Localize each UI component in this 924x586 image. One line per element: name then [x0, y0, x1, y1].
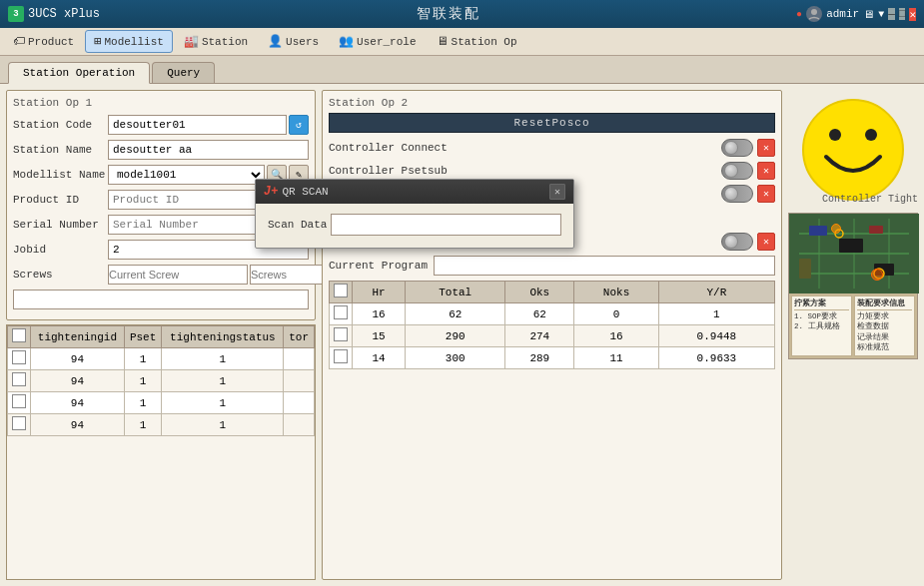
- qr-dialog-header: J+ QR SCAN ✕: [256, 180, 573, 204]
- qr-scan-data-label: Scan Data: [268, 219, 327, 231]
- username: admir: [826, 8, 859, 20]
- qr-scan-dialog: J+ QR SCAN ✕ Scan Data: [255, 179, 574, 249]
- menu-item-station-op[interactable]: 🖥 Station Op: [428, 30, 526, 53]
- minimize-button[interactable]: —: [888, 8, 895, 20]
- menu-label-station: Station: [202, 36, 248, 48]
- qr-dialog-close-button[interactable]: ✕: [549, 184, 565, 200]
- status-indicator: ●: [796, 9, 802, 20]
- qr-dialog-overlay: J+ QR SCAN ✕ Scan Data: [0, 84, 924, 586]
- menu-item-station[interactable]: 🏭 Station: [175, 30, 257, 53]
- tab-query-label: Query: [167, 67, 200, 79]
- titlebar: 3 3UCS xPlus 智联装配 ● admir 🖥 ▼ — □ ✕: [0, 0, 924, 28]
- menu-label-modellist: Modellist: [104, 36, 163, 48]
- maximize-button[interactable]: □: [899, 8, 906, 20]
- settings-icon[interactable]: ▼: [878, 9, 884, 20]
- menu-label-product: Product: [28, 36, 74, 48]
- main-content: Station Op 1 Station Code ↺ Station Name…: [0, 84, 924, 586]
- menu-item-modellist[interactable]: ⊞ Modellist: [85, 30, 173, 53]
- modellist-icon: ⊞: [94, 34, 101, 49]
- menu-label-users: Users: [286, 36, 319, 48]
- user-avatar-icon: [806, 6, 822, 22]
- close-button[interactable]: ✕: [909, 8, 916, 21]
- svg-point-0: [811, 9, 817, 15]
- qr-scan-data-input[interactable]: [331, 214, 561, 236]
- tab-query[interactable]: Query: [152, 62, 215, 83]
- qr-dialog-title: QR SCAN: [282, 186, 328, 198]
- tabbar: Station Operation Query: [0, 56, 924, 84]
- menu-item-user-role[interactable]: 👥 User_role: [330, 30, 425, 53]
- app-logo: 3 3UCS xPlus: [8, 6, 100, 22]
- qr-scan-row: Scan Data: [268, 214, 561, 236]
- user-role-icon: 👥: [339, 34, 354, 49]
- monitor-icon[interactable]: 🖥: [863, 8, 874, 21]
- menu-label-user-role: User_role: [357, 36, 416, 48]
- menubar: 🏷 Product ⊞ Modellist 🏭 Station 👤 Users …: [0, 28, 924, 56]
- user-area: ● admir 🖥 ▼ — □ ✕: [796, 6, 916, 22]
- window-title: 智联装配: [417, 5, 480, 23]
- users-icon: 👤: [268, 34, 283, 49]
- qr-header-left: J+ QR SCAN: [264, 185, 329, 199]
- tab-station-operation-label: Station Operation: [23, 67, 135, 79]
- menu-item-users[interactable]: 👤 Users: [259, 30, 328, 53]
- product-icon: 🏷: [13, 34, 25, 49]
- app-name: 3UCS xPlus: [28, 7, 100, 21]
- station-op-icon: 🖥: [437, 34, 449, 49]
- logo-icon: 3: [8, 6, 24, 22]
- menu-item-product[interactable]: 🏷 Product: [4, 30, 83, 53]
- station-icon: 🏭: [184, 34, 199, 49]
- qr-dialog-body: Scan Data: [256, 204, 573, 248]
- qr-brand-icon: J+: [264, 185, 278, 199]
- tab-station-operation[interactable]: Station Operation: [8, 62, 150, 84]
- menu-label-station-op: Station Op: [452, 36, 517, 48]
